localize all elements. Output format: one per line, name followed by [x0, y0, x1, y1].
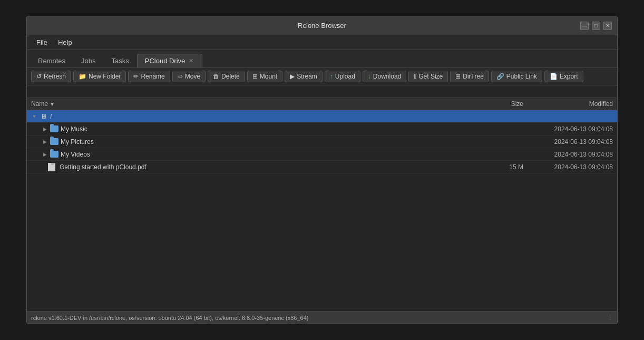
maximize-button[interactable]: □ [592, 22, 600, 30]
table-row[interactable]: ▶ My Videos 2024-06-13 09:04:08 [27, 148, 617, 161]
header-name[interactable]: Name ▼ [31, 100, 486, 108]
table-header: Name ▼ Size Modified [27, 98, 617, 110]
folder-icon [50, 138, 58, 145]
row-name-my-music: ▶ My Music [31, 125, 486, 133]
title-bar: Rclone Browser — □ ✕ [27, 16, 617, 35]
table-row[interactable]: ▶ My Music 2024-06-13 09:04:08 [27, 123, 617, 135]
row-name-getting-started: Getting started with pCloud.pdf [31, 163, 486, 171]
stream-button[interactable]: ▶ Stream [285, 71, 323, 82]
header-size[interactable]: Size [486, 100, 529, 108]
row-name-my-videos: ▶ My Videos [31, 151, 486, 158]
mount-icon: ⊞ [252, 73, 258, 80]
status-bar: rclone v1.60.1-DEV in /usr/bin/rclone, o… [27, 311, 617, 324]
tab-pcloud[interactable]: PCloud Drive ✕ [137, 54, 203, 67]
row-size-getting-started: 15 M [486, 163, 529, 171]
row-name-root: ▼ 🖥 / [31, 113, 486, 120]
row-name-my-pictures: ▶ My Pictures [31, 138, 486, 145]
download-icon: ↓ [368, 73, 371, 80]
tab-tasks[interactable]: Tasks [104, 54, 137, 67]
public-link-icon: 🔗 [496, 73, 504, 80]
file-table: Name ▼ Size Modified ▼ 🖥 / ▶ [27, 98, 617, 311]
menu-file[interactable]: File [31, 37, 53, 47]
delete-button[interactable]: 🗑 Delete [208, 71, 245, 82]
table-row[interactable]: ▼ 🖥 / [27, 110, 617, 123]
row-modified-my-music: 2024-06-13 09:04:08 [529, 125, 613, 133]
main-window: Rclone Browser — □ ✕ File Help Remotes J… [26, 16, 618, 324]
upload-button[interactable]: ↑ Upload [325, 71, 360, 82]
expand-arrow-my-pictures[interactable]: ▶ [42, 139, 48, 145]
get-size-button[interactable]: ℹ Get Size [408, 71, 448, 82]
move-button[interactable]: ⇨ Move [172, 71, 206, 82]
path-bar [27, 85, 617, 98]
delete-icon: 🗑 [213, 73, 219, 80]
expand-arrow-my-music[interactable]: ▶ [42, 126, 48, 132]
resize-icon: ⋮ [607, 314, 613, 321]
stream-icon: ▶ [290, 73, 295, 80]
tab-remotes[interactable]: Remotes [30, 54, 73, 67]
row-modified-my-pictures: 2024-06-13 09:04:08 [529, 138, 613, 145]
refresh-icon: ↺ [36, 73, 42, 80]
close-button[interactable]: ✕ [603, 22, 612, 30]
move-icon: ⇨ [178, 73, 183, 80]
folder-icon [50, 125, 58, 132]
new-folder-icon: 📁 [79, 73, 86, 80]
tab-jobs[interactable]: Jobs [73, 54, 103, 67]
expand-arrow-root[interactable]: ▼ [31, 113, 37, 120]
refresh-button[interactable]: ↺ Refresh [31, 71, 71, 82]
rename-icon: ✏ [133, 73, 139, 80]
expand-arrow-my-videos[interactable]: ▶ [42, 151, 48, 158]
download-button[interactable]: ↓ Download [363, 71, 406, 82]
public-link-button[interactable]: 🔗 Public Link [491, 71, 542, 82]
minimize-button[interactable]: — [580, 22, 589, 30]
tab-close-pcloud[interactable]: ✕ [188, 57, 194, 65]
row-modified-getting-started: 2024-06-13 09:04:08 [529, 163, 613, 171]
folder-icon [50, 151, 58, 158]
status-text: rclone v1.60.1-DEV in /usr/bin/rclone, o… [31, 315, 308, 321]
sort-icon: ▼ [50, 101, 55, 107]
dirtree-icon: ⊞ [455, 73, 461, 80]
menu-help[interactable]: Help [53, 37, 77, 47]
upload-icon: ↑ [330, 73, 333, 80]
export-button[interactable]: 📄 Export [544, 71, 583, 82]
export-icon: 📄 [550, 73, 558, 80]
row-modified-my-videos: 2024-06-13 09:04:08 [529, 151, 613, 158]
root-icon: 🖥 [40, 113, 48, 120]
table-row[interactable]: ▶ My Pictures 2024-06-13 09:04:08 [27, 135, 617, 148]
dirtree-button[interactable]: ⊞ DirTree [450, 71, 489, 82]
header-modified[interactable]: Modified [529, 100, 613, 108]
mount-button[interactable]: ⊞ Mount [247, 71, 282, 82]
window-controls: — □ ✕ [580, 22, 612, 30]
tabs-bar: Remotes Jobs Tasks PCloud Drive ✕ [27, 50, 617, 68]
toolbar: ↺ Refresh 📁 New Folder ✏ Rename ⇨ Move 🗑… [27, 68, 617, 85]
rename-button[interactable]: ✏ Rename [128, 71, 170, 82]
get-size-icon: ℹ [414, 73, 416, 80]
window-title: Rclone Browser [64, 22, 580, 30]
new-folder-button[interactable]: 📁 New Folder [73, 71, 126, 82]
menu-bar: File Help [27, 35, 617, 50]
file-icon [48, 163, 55, 171]
table-row[interactable]: Getting started with pCloud.pdf 15 M 202… [27, 161, 617, 173]
